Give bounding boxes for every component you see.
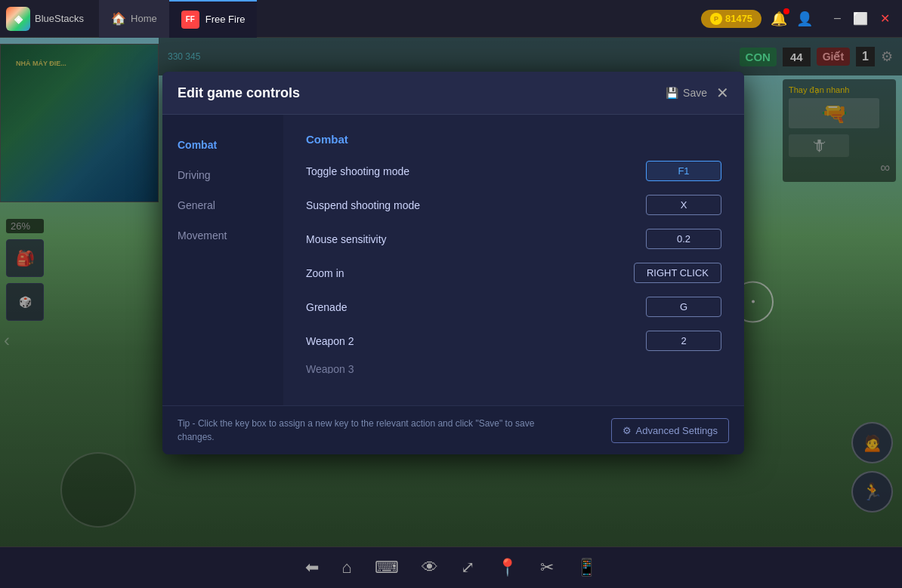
control-label-weapon-2: Weapon 2 [306,335,354,347]
close-dialog-button[interactable]: ✕ [716,84,729,102]
key-mouse-sensitivity[interactable]: 0.2 [646,229,721,249]
control-label-zoom-in: Zoom in [306,267,344,279]
key-toggle-shooting[interactable]: F1 [646,161,721,181]
coin-icon: P [710,13,722,25]
dialog-header-right: 💾 Save ✕ [666,84,729,102]
control-label-mouse-sensitivity: Mouse sensitivity [306,233,387,245]
sidebar-item-driving[interactable]: Driving [162,160,283,190]
control-label-suspend-shooting: Suspend shooting mode [306,199,420,211]
advanced-settings-icon: ⚙ [622,425,632,436]
coin-amount: 81475 [725,13,752,24]
tip-text: Tip - Click the key box to assign a new … [178,417,555,444]
advanced-settings-button[interactable]: ⚙ Advanced Settings [611,418,729,443]
profile-icon[interactable]: 👤 [796,11,813,27]
dialog-footer: Tip - Click the key box to assign a new … [162,405,744,454]
back-icon[interactable]: ⬅ [305,558,319,577]
minimize-button[interactable]: – [831,11,844,26]
key-grenade[interactable]: G [646,297,721,317]
dialog-body: Combat Driving General Movement Combat T… [162,115,744,405]
control-row-suspend-shooting: Suspend shooting mode X [306,195,721,215]
mobile-icon[interactable]: 📱 [576,558,597,577]
tab-home[interactable]: 🏠 Home [99,0,169,38]
notification-icon[interactable]: 🔔 [771,11,787,27]
home-icon[interactable]: ⌂ [341,558,351,577]
free-fire-icon: FF [181,11,199,29]
save-label: Save [683,87,707,99]
save-button[interactable]: 💾 Save [666,87,707,99]
section-title: Combat [306,133,721,146]
save-icon: 💾 [666,87,678,99]
bottom-bar: ⬅ ⌂ ⌨ 👁 ⤢ 📍 ✂ 📱 [0,546,902,588]
coin-badge: P 81475 [701,10,761,28]
key-suspend-shooting[interactable]: X [646,195,721,215]
home-icon: 🏠 [111,11,126,26]
dialog-main: Combat Toggle shooting mode F1 Suspend s… [283,115,744,405]
key-weapon-2[interactable]: 2 [646,331,721,351]
dialog-title: Edit game controls [178,85,300,101]
sidebar-item-movement[interactable]: Movement [162,220,283,251]
bluestacks-title: BlueStacks [35,13,84,24]
location-icon[interactable]: 📍 [497,558,517,577]
topbar: ◈ BlueStacks 🏠 Home FF Free Fire P 81475… [0,0,902,38]
keyboard-icon[interactable]: ⌨ [375,558,399,577]
restore-button[interactable]: ⬜ [850,11,871,26]
sidebar-item-general[interactable]: General [162,190,283,220]
control-row-zoom-in: Zoom in RIGHT CLICK [306,263,721,283]
control-label-weapon-3: Weapon 3 [306,365,354,374]
control-row-weapon-3: Weapon 3 [306,365,721,374]
home-tab-label: Home [131,13,157,24]
close-button[interactable]: ✕ [877,11,893,26]
window-controls: – ⬜ ✕ [831,11,893,26]
control-label-toggle-shooting: Toggle shooting mode [306,165,409,177]
tab-free-fire[interactable]: FF Free Fire [169,0,258,38]
control-label-grenade: Grenade [306,301,347,313]
control-row-grenade: Grenade G [306,297,721,317]
key-zoom-in[interactable]: RIGHT CLICK [634,263,721,283]
free-fire-tab-label: Free Fire [205,14,246,25]
notification-dot [783,8,789,14]
advanced-settings-label: Advanced Settings [636,425,718,436]
fullscreen-icon[interactable]: ⤢ [461,558,474,577]
scissors-icon[interactable]: ✂ [540,558,554,577]
control-row-toggle-shooting: Toggle shooting mode F1 [306,161,721,181]
bluestacks-logo: ◈ [6,7,30,31]
topbar-right: P 81475 🔔 👤 – ⬜ ✕ [701,10,893,28]
control-row-weapon-2: Weapon 2 2 [306,331,721,351]
edit-game-controls-dialog: Edit game controls 💾 Save ✕ Combat Drivi… [162,72,744,454]
dialog-header: Edit game controls 💾 Save ✕ [162,72,744,115]
control-row-mouse-sensitivity: Mouse sensitivity 0.2 [306,229,721,249]
eye-icon[interactable]: 👁 [422,558,438,577]
nav-sidebar: Combat Driving General Movement [162,115,283,405]
sidebar-item-combat[interactable]: Combat [162,130,283,160]
modal-overlay: Edit game controls 💾 Save ✕ Combat Drivi… [0,38,902,546]
